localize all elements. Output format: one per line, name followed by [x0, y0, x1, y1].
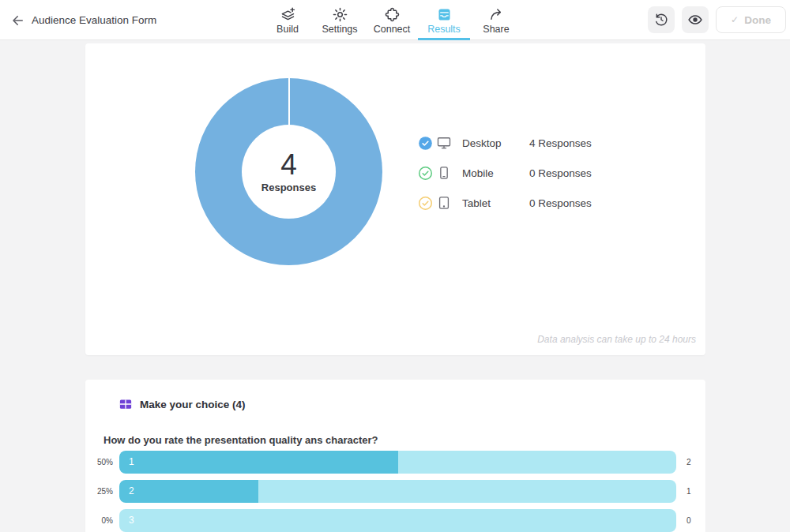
build-layers-icon — [280, 6, 296, 23]
preview-button[interactable] — [682, 6, 709, 33]
table-icon — [118, 397, 133, 411]
bar-track[interactable]: 1 — [119, 451, 676, 474]
check-circle-icon — [418, 196, 433, 211]
answer-bar-row: 25% 2 1 — [85, 480, 705, 503]
question-block-title: Make your choice (4) — [140, 399, 246, 410]
answer-count: 1 — [687, 487, 691, 496]
tab-label: Settings — [322, 24, 357, 35]
done-label: Done — [744, 14, 771, 26]
tab-connect[interactable]: Connect — [366, 0, 418, 40]
legend-label: Desktop — [462, 137, 529, 149]
question-card-header: Make your choice (4) — [118, 397, 246, 411]
responses-donut-chart: 4 Responses — [195, 78, 382, 265]
gear-icon — [332, 6, 348, 23]
bar-fill — [119, 480, 258, 503]
bar-label: 3 — [129, 509, 134, 532]
legend-count: 0 Responses — [529, 197, 592, 209]
answer-bar-row: 50% 1 2 — [85, 451, 705, 474]
top-bar: Audience Evaluation Form Build Settings … — [0, 0, 790, 40]
legend-row-tablet: Tablet 0 Responses — [418, 192, 592, 214]
arrow-left-icon — [11, 13, 25, 28]
responses-overview-card: 4 Responses Desktop 4 Responses — [85, 43, 705, 355]
mobile-phone-icon — [436, 165, 452, 181]
check-circle-icon — [418, 136, 433, 151]
device-legend: Desktop 4 Responses Mobile 0 Responses — [418, 132, 592, 222]
puzzle-icon — [384, 6, 401, 23]
answer-percent: 50% — [85, 458, 113, 466]
bar-label: 1 — [129, 451, 134, 474]
bar-fill — [119, 451, 398, 474]
legend-label: Mobile — [462, 167, 529, 179]
legend-row-mobile: Mobile 0 Responses — [418, 162, 592, 184]
tab-label: Connect — [374, 24, 411, 35]
donut-center: 4 Responses — [242, 125, 336, 219]
answer-percent: 0% — [85, 516, 113, 525]
legend-row-desktop: Desktop 4 Responses — [418, 132, 592, 154]
header-actions: ✓ Done — [648, 6, 786, 33]
answer-bar-row: 0% 3 0 — [85, 509, 705, 532]
history-icon — [653, 12, 669, 28]
legend-count: 0 Responses — [529, 167, 592, 179]
app-window: Audience Evaluation Form Build Settings … — [0, 0, 790, 532]
check-circle-icon — [418, 166, 433, 181]
tab-share[interactable]: Share — [470, 0, 522, 40]
tab-settings[interactable]: Settings — [314, 0, 366, 40]
answer-percent: 25% — [85, 487, 113, 496]
question-text: How do you rate the presentation quality… — [103, 434, 378, 446]
donut-slice-divider — [288, 78, 290, 127]
answer-count: 2 — [687, 458, 691, 466]
results-inbox-icon — [436, 6, 453, 23]
total-responses-label: Responses — [261, 182, 316, 193]
tab-build[interactable]: Build — [261, 0, 314, 40]
check-icon: ✓ — [731, 14, 739, 25]
share-arrow-icon — [488, 6, 505, 23]
bar-track[interactable]: 2 — [119, 480, 676, 503]
total-responses-value: 4 — [280, 150, 297, 181]
bar-label: 2 — [129, 480, 134, 503]
data-analysis-note: Data analysis can take up to 24 hours — [537, 334, 696, 345]
done-button[interactable]: ✓ Done — [716, 6, 786, 33]
answer-bars: 50% 1 2 25% 2 1 0% 3 — [85, 451, 705, 532]
tab-label: Share — [483, 24, 509, 35]
history-button[interactable] — [648, 6, 675, 33]
bar-track[interactable]: 3 — [119, 509, 676, 532]
back-button[interactable] — [8, 10, 28, 31]
desktop-icon — [436, 135, 452, 151]
page-title: Audience Evaluation Form — [32, 0, 156, 39]
legend-label: Tablet — [462, 197, 529, 209]
answer-count: 0 — [687, 516, 691, 525]
tab-label: Results — [427, 24, 461, 35]
tab-results[interactable]: Results — [418, 0, 470, 40]
tablet-icon — [436, 195, 452, 211]
eye-icon — [687, 12, 703, 28]
tab-label: Build — [276, 24, 299, 35]
question-results-card: Make your choice (4) How do you rate the… — [85, 380, 705, 532]
legend-count: 4 Responses — [529, 137, 592, 149]
main-tabs: Build Settings Connect Results — [261, 0, 522, 40]
